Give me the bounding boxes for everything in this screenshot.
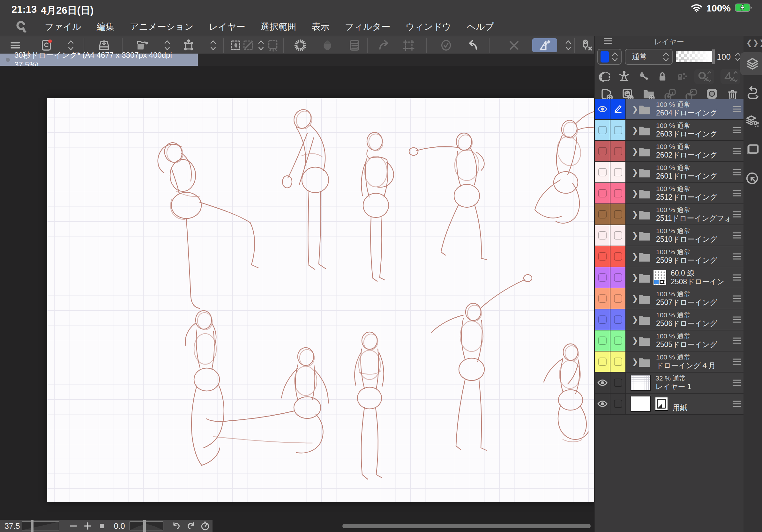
layer-row[interactable]: ❯ 60.0 線 2508ドローイン — [595, 267, 744, 288]
snap-ruler-pen-tool-icon[interactable] — [532, 38, 557, 52]
confirm-check-icon[interactable] — [438, 38, 454, 52]
expand-chevron-icon[interactable]: ❯ — [632, 336, 638, 345]
dock-expand-icon[interactable]: ❯❯ — [752, 38, 762, 47]
snap-burst-icon[interactable] — [292, 38, 309, 52]
layer-options-icon[interactable] — [733, 104, 741, 114]
layer-visible-toggle[interactable] — [595, 120, 610, 140]
layer-visible-toggle[interactable] — [595, 246, 610, 267]
layer-row[interactable]: ❯ 100 % 通常2511ドローイングフォ — [595, 204, 744, 225]
layer-options-icon[interactable] — [733, 147, 741, 156]
layer-visible-toggle[interactable] — [595, 162, 610, 182]
layer-options-icon[interactable] — [733, 294, 741, 303]
menu-layer[interactable]: レイヤー — [209, 21, 245, 33]
enable-reference-toggle-icon[interactable] — [694, 69, 714, 84]
zoom-in-button[interactable] — [80, 520, 95, 531]
menu-selection[interactable]: 選択範囲 — [261, 21, 296, 33]
layer-visible-toggle[interactable] — [595, 141, 610, 162]
layer-row[interactable]: 用紙 — [595, 394, 744, 415]
layer-edit-toggle[interactable] — [610, 352, 626, 372]
frame-switch-updown-icon[interactable] — [205, 38, 221, 52]
menu-animation[interactable]: アニメーション — [130, 21, 194, 33]
layer-edit-toggle[interactable] — [610, 288, 626, 309]
layer-options-icon[interactable] — [733, 378, 741, 387]
zoom-slider-handle[interactable] — [31, 520, 34, 532]
dock-collapse-icon[interactable]: ❮ — [746, 38, 752, 47]
menu-view[interactable]: 表示 — [312, 21, 330, 33]
layer-row[interactable]: ❯ 100 % 通常2510ドローイング — [595, 225, 744, 246]
menu-edit[interactable]: 編集 — [97, 21, 114, 33]
layer-visible-toggle[interactable] — [595, 352, 610, 372]
canvas-area[interactable] — [0, 66, 594, 520]
expand-chevron-icon[interactable]: ❯ — [632, 147, 638, 156]
layer-visible-toggle[interactable] — [595, 372, 610, 393]
layer-options-icon[interactable] — [733, 231, 741, 240]
quick-mask-icon[interactable] — [265, 38, 281, 52]
canvas-page[interactable] — [47, 98, 600, 502]
expand-chevron-icon[interactable]: ❯ — [632, 357, 638, 366]
zoom-value[interactable]: 37.5 — [4, 521, 22, 531]
menu-window[interactable]: ウィンドウ — [406, 21, 451, 33]
layer-options-icon[interactable] — [733, 399, 741, 409]
rotation-slider[interactable] — [129, 521, 163, 530]
rotation-slider-handle[interactable] — [143, 520, 146, 532]
layer-options-icon[interactable] — [733, 315, 741, 324]
opacity-value[interactable]: 100 — [717, 52, 731, 62]
lock-transparent-pixels-icon[interactable] — [675, 70, 688, 83]
menu-file[interactable]: ファイル — [45, 21, 81, 33]
layer-row[interactable]: ❯ 100 % 通常2507ドローイング — [595, 288, 744, 309]
layer-options-icon[interactable] — [733, 273, 741, 282]
expand-chevron-icon[interactable]: ❯ — [632, 252, 638, 261]
layer-row[interactable]: ❯ 100 % 通常2505ドローイング — [595, 330, 744, 352]
layer-options-icon[interactable] — [733, 189, 741, 198]
layer-row[interactable]: ❯ 100 % 通常2506ドローイング — [595, 309, 744, 330]
layer-visible-toggle[interactable] — [595, 394, 610, 414]
layer-row[interactable]: ❯ 100 % 通常2601ドローイング — [595, 162, 744, 183]
blend-mode-dropdown[interactable]: 通常 — [625, 49, 673, 65]
layer-edit-toggle[interactable] — [610, 162, 626, 182]
layer-edit-toggle[interactable] — [610, 183, 626, 204]
layer-edit-toggle[interactable] — [610, 267, 626, 288]
layer-options-icon[interactable] — [733, 210, 741, 219]
stylus-pressure-icon[interactable] — [578, 38, 595, 52]
reference-layer-icon[interactable] — [618, 70, 631, 83]
undo-icon[interactable] — [464, 38, 481, 52]
layer-row[interactable]: ❯ 100 % 通常2603ドローイング — [595, 120, 744, 141]
layer-visible-toggle[interactable] — [595, 204, 610, 225]
enable-draft-toggle-icon[interactable] — [721, 69, 740, 84]
layer-visible-toggle[interactable] — [595, 309, 610, 330]
zoom-slider[interactable] — [22, 521, 59, 530]
rotate-left-button[interactable] — [169, 520, 184, 531]
layer-edit-toggle[interactable] — [610, 394, 626, 414]
layer-order-icon[interactable] — [346, 38, 363, 52]
layer-row[interactable]: 32 % 通常レイヤー 1 — [595, 372, 744, 394]
layer-options-icon[interactable] — [733, 252, 741, 261]
fit-screen-button[interactable] — [95, 520, 110, 531]
expand-chevron-icon[interactable]: ❯ — [632, 126, 638, 135]
layer-edit-toggle[interactable] — [610, 309, 626, 330]
expand-chevron-icon[interactable]: ❯ — [632, 294, 638, 303]
reset-view-timer-icon[interactable] — [198, 520, 212, 531]
blend-eraser-icon[interactable] — [319, 38, 336, 52]
cancel-x-icon[interactable] — [506, 38, 522, 52]
rotation-value[interactable]: 0.0 — [114, 521, 129, 531]
layer-row[interactable]: ❯ 100 % 通常 2604ドローイング — [595, 99, 744, 120]
layer-visible-toggle[interactable] — [595, 225, 610, 245]
layer-options-icon[interactable] — [733, 168, 741, 177]
layer-options-icon[interactable] — [733, 336, 741, 345]
layer-options-icon[interactable] — [733, 357, 741, 366]
layer-edit-toggle[interactable] — [610, 246, 626, 267]
layer-property-palette-tab[interactable] — [740, 110, 762, 133]
frame-border-icon[interactable] — [401, 38, 417, 52]
layer-edit-toggle[interactable] — [610, 372, 626, 393]
draft-layer-icon[interactable] — [637, 70, 650, 83]
blend-mode-spinner[interactable] — [660, 52, 672, 62]
sub-view-palette-tab[interactable] — [740, 138, 762, 162]
clip-studio-logo-icon[interactable] — [13, 18, 29, 36]
layer-row[interactable]: ❯ 100 % 通常2512ドローイング — [595, 183, 744, 204]
layer-row[interactable]: ❯ 100 % 通常2509ドローイング — [595, 246, 744, 267]
expand-chevron-icon[interactable]: ❯ — [632, 104, 638, 113]
expand-chevron-icon[interactable]: ❯ — [632, 315, 638, 324]
layer-edit-target-icon[interactable] — [610, 99, 626, 119]
layer-visible-toggle[interactable] — [595, 99, 610, 119]
expand-chevron-icon[interactable]: ❯ — [632, 273, 638, 282]
